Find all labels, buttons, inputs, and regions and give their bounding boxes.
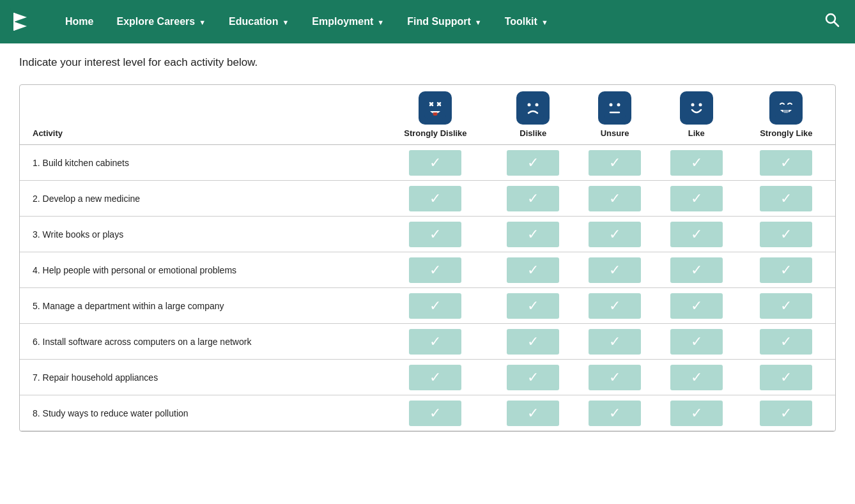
check-box-dislike[interactable]: ✓: [507, 222, 559, 247]
dislike-icon: [516, 91, 550, 125]
find-support-caret: ▼: [475, 19, 482, 26]
check-cell-dislike[interactable]: ✓: [492, 360, 574, 395]
check-cell-like[interactable]: ✓: [656, 288, 737, 324]
svg-point-13: [528, 103, 531, 107]
check-cell-strongly-dislike[interactable]: ✓: [378, 181, 492, 217]
check-cell-like[interactable]: ✓: [656, 324, 737, 360]
check-box-strongly-like[interactable]: ✓: [760, 257, 812, 283]
check-cell-strongly-like[interactable]: ✓: [737, 217, 835, 252]
activity-label: 2. Develop a new medicine: [20, 181, 378, 217]
check-cell-like[interactable]: ✓: [656, 395, 737, 431]
check-box-unsure[interactable]: ✓: [589, 186, 641, 211]
check-box-strongly-like[interactable]: ✓: [760, 150, 812, 176]
check-box-unsure[interactable]: ✓: [589, 401, 641, 426]
check-box-like[interactable]: ✓: [670, 365, 723, 390]
site-logo[interactable]: [10, 8, 38, 36]
check-cell-strongly-like[interactable]: ✓: [737, 360, 835, 395]
check-cell-unsure[interactable]: ✓: [574, 181, 656, 217]
check-cell-like[interactable]: ✓: [656, 360, 737, 395]
col-unsure: Unsure: [574, 85, 656, 145]
check-box-like[interactable]: ✓: [670, 257, 723, 283]
check-cell-strongly-like[interactable]: ✓: [737, 288, 835, 324]
check-box-strongly-dislike[interactable]: ✓: [409, 150, 461, 176]
check-box-dislike[interactable]: ✓: [507, 329, 559, 355]
check-cell-unsure[interactable]: ✓: [574, 252, 656, 288]
check-cell-unsure[interactable]: ✓: [574, 360, 656, 395]
check-cell-like[interactable]: ✓: [656, 217, 737, 252]
check-box-like[interactable]: ✓: [670, 401, 723, 426]
check-box-like[interactable]: ✓: [670, 329, 723, 355]
check-box-strongly-like[interactable]: ✓: [760, 186, 812, 211]
nav-home[interactable]: Home: [54, 0, 105, 43]
check-box-dislike[interactable]: ✓: [507, 401, 559, 426]
nav-explore-careers[interactable]: Explore Careers ▼: [105, 0, 217, 43]
check-box-strongly-dislike[interactable]: ✓: [409, 222, 461, 247]
check-box-strongly-dislike[interactable]: ✓: [409, 186, 461, 211]
check-box-strongly-like[interactable]: ✓: [760, 293, 812, 319]
check-box-strongly-dislike[interactable]: ✓: [409, 257, 461, 283]
table-row: 5. Manage a department within a large co…: [20, 288, 835, 324]
check-box-strongly-dislike[interactable]: ✓: [409, 329, 461, 355]
instruction-text: Indicate your interest level for each ac…: [19, 56, 836, 69]
check-cell-like[interactable]: ✓: [656, 145, 737, 181]
check-cell-unsure[interactable]: ✓: [574, 288, 656, 324]
check-box-like[interactable]: ✓: [670, 222, 723, 247]
check-cell-dislike[interactable]: ✓: [492, 252, 574, 288]
check-cell-like[interactable]: ✓: [656, 181, 737, 217]
check-cell-dislike[interactable]: ✓: [492, 395, 574, 431]
check-box-strongly-dislike[interactable]: ✓: [409, 401, 461, 426]
check-cell-strongly-dislike[interactable]: ✓: [378, 288, 492, 324]
nav-links: Home Explore Careers ▼ Education ▼ Emplo…: [54, 0, 819, 43]
check-cell-strongly-dislike[interactable]: ✓: [378, 252, 492, 288]
check-cell-strongly-like[interactable]: ✓: [737, 181, 835, 217]
table-row: 8. Study ways to reduce water pollution✓…: [20, 395, 835, 431]
check-box-strongly-like[interactable]: ✓: [760, 329, 812, 355]
check-cell-dislike[interactable]: ✓: [492, 217, 574, 252]
check-box-unsure[interactable]: ✓: [589, 365, 641, 390]
check-cell-strongly-like[interactable]: ✓: [737, 395, 835, 431]
check-cell-unsure[interactable]: ✓: [574, 395, 656, 431]
check-box-unsure[interactable]: ✓: [589, 222, 641, 247]
check-cell-dislike[interactable]: ✓: [492, 145, 574, 181]
check-box-unsure[interactable]: ✓: [589, 257, 641, 283]
check-box-like[interactable]: ✓: [670, 150, 723, 176]
check-box-like[interactable]: ✓: [670, 293, 723, 319]
check-cell-dislike[interactable]: ✓: [492, 324, 574, 360]
check-box-strongly-dislike[interactable]: ✓: [409, 365, 461, 390]
check-cell-dislike[interactable]: ✓: [492, 288, 574, 324]
nav-education[interactable]: Education ▼: [217, 0, 300, 43]
check-box-strongly-like[interactable]: ✓: [760, 365, 812, 390]
check-box-dislike[interactable]: ✓: [507, 365, 559, 390]
check-cell-unsure[interactable]: ✓: [574, 145, 656, 181]
check-cell-strongly-dislike[interactable]: ✓: [378, 145, 492, 181]
check-box-dislike[interactable]: ✓: [507, 257, 559, 283]
check-cell-strongly-like[interactable]: ✓: [737, 145, 835, 181]
check-box-dislike[interactable]: ✓: [507, 150, 559, 176]
check-cell-strongly-dislike[interactable]: ✓: [378, 217, 492, 252]
nav-find-support[interactable]: Find Support ▼: [396, 0, 493, 43]
nav-toolkit[interactable]: Toolkit ▼: [493, 0, 560, 43]
like-icon: [680, 91, 713, 125]
check-box-dislike[interactable]: ✓: [507, 186, 559, 211]
check-box-unsure[interactable]: ✓: [589, 150, 641, 176]
check-cell-strongly-dislike[interactable]: ✓: [378, 324, 492, 360]
check-box-strongly-dislike[interactable]: ✓: [409, 293, 461, 319]
check-cell-dislike[interactable]: ✓: [492, 181, 574, 217]
check-cell-strongly-dislike[interactable]: ✓: [378, 360, 492, 395]
check-box-unsure[interactable]: ✓: [589, 293, 641, 319]
check-box-strongly-like[interactable]: ✓: [760, 222, 812, 247]
check-box-unsure[interactable]: ✓: [589, 329, 641, 355]
check-cell-unsure[interactable]: ✓: [574, 324, 656, 360]
check-cell-strongly-like[interactable]: ✓: [737, 324, 835, 360]
check-cell-strongly-dislike[interactable]: ✓: [378, 395, 492, 431]
check-box-like[interactable]: ✓: [670, 186, 723, 211]
check-cell-strongly-like[interactable]: ✓: [737, 252, 835, 288]
strongly-like-icon: [769, 91, 803, 125]
check-cell-like[interactable]: ✓: [656, 252, 737, 288]
check-box-strongly-like[interactable]: ✓: [760, 401, 812, 426]
check-cell-unsure[interactable]: ✓: [574, 217, 656, 252]
education-caret: ▼: [282, 19, 289, 26]
nav-employment[interactable]: Employment ▼: [300, 0, 396, 43]
search-icon[interactable]: [819, 12, 845, 31]
check-box-dislike[interactable]: ✓: [507, 293, 559, 319]
